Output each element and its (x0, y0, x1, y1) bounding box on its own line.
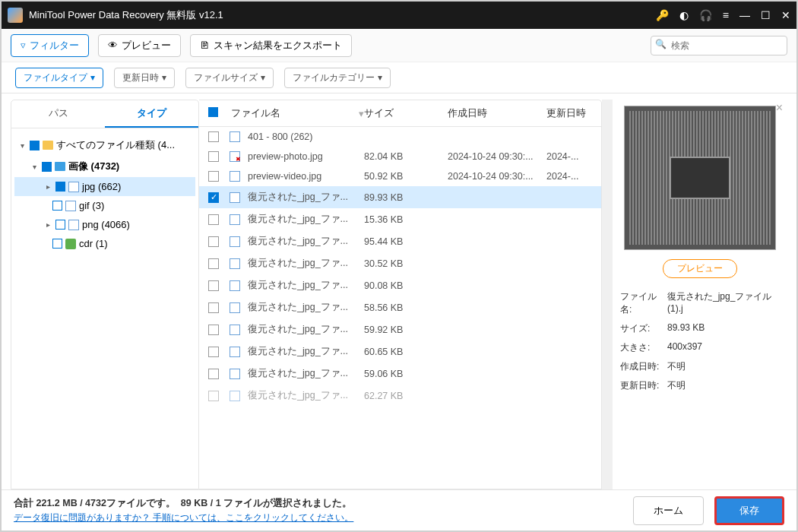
meta-created-label: 作成日時: (620, 360, 667, 373)
table-row[interactable]: preview-photo.jpg82.04 KB2024-10-24 09:3… (199, 147, 601, 166)
eye-icon: 👁 (108, 40, 118, 51)
row-checkbox[interactable] (208, 325, 219, 335)
file-name: 復元された_jpg_ファ... (248, 345, 348, 358)
tree-images[interactable]: ▾画像 (4732) (14, 156, 195, 177)
menu-icon[interactable]: ≡ (723, 9, 729, 21)
col-created[interactable]: 作成日時 (448, 106, 546, 120)
table-row[interactable]: ✓復元された_jpg_ファ...89.93 KB (199, 186, 601, 208)
table-row[interactable]: 復元された_jpg_ファ...15.36 KB (199, 208, 601, 230)
meta-dim-label: 大きさ: (620, 341, 667, 354)
table-row[interactable]: 復元された_jpg_ファ...60.65 KB (199, 340, 601, 363)
row-checkbox[interactable] (208, 171, 219, 182)
tree-jpg[interactable]: ▸jpg (662) (14, 177, 195, 196)
jpg-icon (68, 182, 79, 192)
close-preview-icon[interactable]: × (776, 101, 783, 115)
file-size: 89.93 KB (364, 192, 448, 203)
preview-pane: × プレビュー ファイル名:復元された_jpg_ファイル(1).j サイズ:89… (613, 100, 787, 489)
table-row[interactable]: 復元された_jpg_ファ...90.08 KB (199, 274, 601, 296)
maximize-icon[interactable]: ☐ (761, 9, 771, 21)
select-all-checkbox[interactable] (208, 107, 218, 117)
globe-icon[interactable]: ◐ (679, 9, 689, 21)
save-button[interactable]: 保存 (714, 496, 784, 525)
gif-icon (65, 201, 76, 211)
row-checkbox[interactable] (208, 347, 219, 357)
chip-filetype[interactable]: ファイルタイプ ▾ (15, 68, 103, 88)
help-link[interactable]: データ復旧に問題がありますか？ 手順については、ここをクリックしてください。 (14, 511, 353, 524)
table-row[interactable]: 復元された_jpg_ファ...95.44 KB (199, 230, 601, 252)
tree-cdr[interactable]: cdr (1) (14, 234, 195, 253)
headset-icon[interactable]: 🎧 (699, 9, 712, 21)
minimize-icon[interactable]: — (739, 9, 750, 21)
row-checkbox[interactable] (208, 214, 219, 225)
table-header: ファイル名 ▾ サイズ 作成日時 更新日時 (199, 100, 601, 127)
search-box (651, 36, 787, 55)
file-icon (230, 302, 240, 313)
key-icon[interactable]: 🔑 (656, 9, 669, 21)
home-button[interactable]: ホーム (633, 496, 704, 525)
file-icon (230, 214, 240, 225)
row-checkbox[interactable] (208, 236, 219, 247)
file-size: 95.44 KB (364, 236, 448, 247)
scrollbar[interactable] (602, 100, 613, 489)
folder-icon (43, 141, 53, 150)
file-icon (230, 236, 240, 247)
preview-button[interactable]: 👁プレビュー (98, 34, 181, 57)
col-modified[interactable]: 更新日時 (546, 106, 592, 120)
tree-gif[interactable]: gif (3) (14, 196, 195, 215)
search-input[interactable] (651, 36, 787, 55)
col-size[interactable]: サイズ (364, 106, 448, 120)
table-row[interactable]: preview-video.jpg50.92 KB2024-10-24 09:3… (199, 166, 601, 186)
chip-category[interactable]: ファイルカテゴリー ▾ (284, 68, 391, 88)
row-checkbox[interactable] (208, 131, 219, 142)
filter-bar: ファイルタイプ ▾ 更新日時 ▾ ファイルサイズ ▾ ファイルカテゴリー ▾ (2, 62, 796, 93)
png-icon (68, 220, 79, 230)
file-size: 59.06 KB (364, 369, 448, 379)
table-row[interactable]: 復元された_jpg_ファ...58.56 KB (199, 296, 601, 318)
status-text: 合計 221.2 MB / 4732ファイルです。 89 KB / 1 ファイル… (14, 497, 353, 510)
file-icon (230, 151, 240, 162)
file-size: 60.65 KB (364, 347, 448, 357)
file-name: 復元された_jpg_ファ... (248, 279, 348, 292)
file-icon (230, 325, 240, 335)
file-name: preview-video.jpg (248, 171, 321, 182)
file-size: 59.92 KB (364, 325, 448, 335)
table-row[interactable]: 401 - 800 (262) (199, 127, 601, 147)
tree-png[interactable]: ▸png (4066) (14, 215, 195, 234)
row-checkbox[interactable] (208, 280, 219, 291)
table-row[interactable]: 復元された_jpg_ファ...62.27 KB (199, 385, 601, 407)
file-name: 401 - 800 (262) (248, 131, 312, 142)
tab-path[interactable]: パス (11, 100, 105, 128)
tab-type[interactable]: タイプ (105, 100, 198, 128)
row-checkbox[interactable] (208, 369, 219, 379)
sidebar: パス タイプ ▾すべてのファイル種類 (4... ▾画像 (4732) ▸jpg… (11, 100, 199, 489)
filter-button[interactable]: ▿フィルター (11, 34, 89, 57)
file-name: preview-photo.jpg (248, 151, 323, 162)
row-checkbox[interactable]: ✓ (208, 192, 219, 203)
tree-all-types[interactable]: ▾すべてのファイル種類 (4... (14, 135, 195, 156)
col-name[interactable]: ファイル名 ▾ (231, 106, 364, 120)
row-checkbox[interactable] (208, 302, 219, 313)
export-button[interactable]: 🖹スキャン結果をエクスポート (190, 34, 352, 57)
close-icon[interactable]: ✕ (781, 9, 790, 21)
table-row[interactable]: 復元された_jpg_ファ...30.52 KB (199, 252, 601, 274)
meta-created-value: 不明 (667, 360, 780, 373)
row-checkbox[interactable] (208, 258, 219, 269)
app-title: MiniTool Power Data Recovery 無料版 v12.1 (29, 8, 223, 22)
chevron-down-icon: ▾ (162, 72, 166, 83)
file-name: 復元された_jpg_ファ... (248, 257, 348, 270)
row-checkbox[interactable] (208, 151, 219, 162)
chip-modified[interactable]: 更新日時 ▾ (114, 68, 175, 88)
file-modified: 2024-... (546, 151, 592, 162)
chevron-down-icon: ▾ (90, 72, 95, 83)
row-checkbox[interactable] (208, 391, 219, 401)
file-name: 復元された_jpg_ファ... (248, 301, 348, 314)
file-name: 復元された_jpg_ファ... (248, 389, 348, 402)
meta-name-label: ファイル名: (620, 290, 667, 316)
chip-filesize[interactable]: ファイルサイズ ▾ (185, 68, 274, 88)
file-icon (230, 280, 240, 291)
preview-open-button[interactable]: プレビュー (663, 259, 737, 278)
table-row[interactable]: 復元された_jpg_ファ...59.92 KB (199, 318, 601, 340)
table-row[interactable]: 復元された_jpg_ファ...59.06 KB (199, 363, 601, 385)
file-created: 2024-10-24 09:30:... (448, 171, 546, 182)
file-size: 90.08 KB (364, 280, 448, 291)
